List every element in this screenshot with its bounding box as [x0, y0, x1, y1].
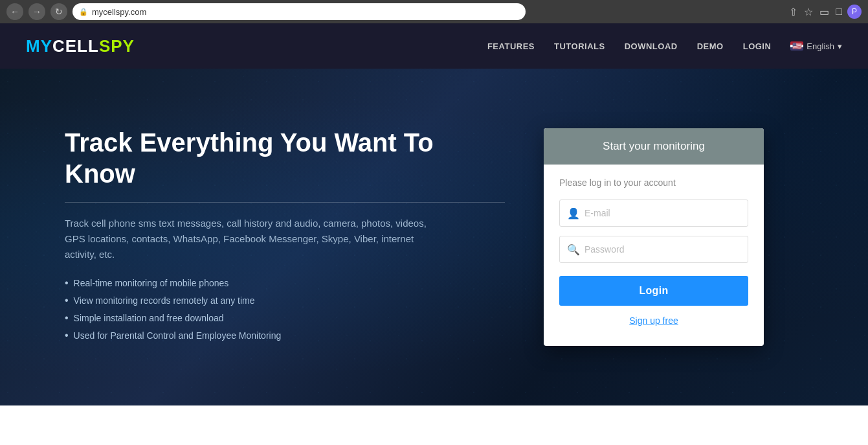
chevron-down-icon: ▾ [838, 41, 842, 51]
reload-button[interactable]: ↻ [50, 3, 67, 20]
hero-title: Track Everything You Want To Know [65, 127, 505, 189]
hero-section: Track Everything You Want To Know Track … [0, 69, 868, 405]
extensions-icon[interactable]: ▭ [818, 5, 830, 19]
login-subtitle: Please log in to your account [559, 177, 748, 188]
bottom-section: Best mobile phone monitoring app Monitor… [0, 405, 868, 445]
lock-input-icon: 🔍 [567, 244, 580, 256]
profile-icon[interactable]: P [847, 5, 862, 19]
login-card-title: Start your monitoring [603, 140, 705, 152]
url-text: mycellspy.com [92, 7, 146, 17]
hero-bullets: Real-time monitoring of mobile phones Vi… [65, 278, 505, 341]
nav-links: FEATURES TUTORIALS DOWNLOAD DEMO LOGIN 🇺… [487, 41, 842, 51]
password-field[interactable] [559, 236, 748, 263]
email-input-group: 👤 [559, 200, 748, 227]
password-input-group: 🔍 [559, 236, 748, 263]
logo-cell: CELL [52, 36, 99, 56]
login-card-header: Start your monitoring [544, 128, 764, 165]
flag-icon: 🇺🇸 [790, 41, 803, 51]
nav-download[interactable]: DOWNLOAD [625, 41, 678, 51]
hero-description: Track cell phone sms text messages, call… [65, 216, 440, 262]
hero-divider [65, 202, 505, 203]
nav-features[interactable]: FEATURES [487, 41, 535, 51]
login-card-body: Please log in to your account 👤 🔍 Login … [544, 165, 764, 346]
back-button[interactable]: ← [6, 3, 23, 20]
bullet-4: Used for Parental Control and Employee M… [65, 330, 505, 341]
nav-tutorials[interactable]: TUTORIALS [554, 41, 605, 51]
share-icon[interactable]: ⇧ [788, 5, 799, 19]
address-bar[interactable]: 🔒 mycellspy.com [72, 3, 526, 20]
hero-left: Track Everything You Want To Know Track … [65, 127, 505, 348]
language-label: English [807, 41, 834, 51]
logo-spy: SPY [99, 36, 135, 56]
email-field[interactable] [559, 200, 748, 227]
login-button[interactable]: Login [559, 276, 748, 306]
bullet-3: Simple installation and free download [65, 313, 505, 324]
logo-my: MY [26, 36, 52, 56]
navbar: MYCELLSPY FEATURES TUTORIALS DOWNLOAD DE… [0, 23, 868, 69]
forward-button[interactable]: → [28, 3, 45, 20]
bookmark-icon[interactable]: ☆ [803, 5, 814, 19]
bullet-2: View monitoring records remotely at any … [65, 295, 505, 306]
hero-right: Start your monitoring Please log in to y… [544, 128, 764, 346]
logo[interactable]: MYCELLSPY [26, 36, 135, 56]
lock-icon: 🔒 [79, 8, 88, 16]
user-icon: 👤 [567, 207, 580, 220]
nav-demo[interactable]: DEMO [697, 41, 724, 51]
login-card: Start your monitoring Please log in to y… [544, 128, 764, 346]
language-selector[interactable]: 🇺🇸 English ▾ [790, 41, 842, 51]
bullet-1: Real-time monitoring of mobile phones [65, 278, 505, 289]
browser-actions: ⇧ ☆ ▭ □ P [788, 5, 862, 19]
signup-link-wrap: Sign up free [559, 315, 748, 326]
nav-login[interactable]: LOGIN [743, 41, 772, 51]
window-icon[interactable]: □ [834, 5, 843, 19]
signup-link[interactable]: Sign up free [629, 315, 678, 326]
browser-chrome: ← → ↻ 🔒 mycellspy.com ⇧ ☆ ▭ □ P [0, 0, 868, 23]
